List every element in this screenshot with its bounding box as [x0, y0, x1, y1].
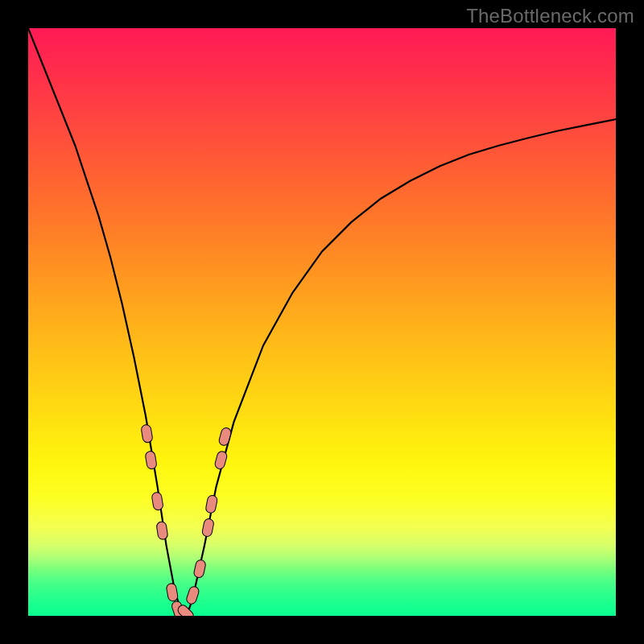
marker-pill [185, 585, 200, 605]
bottleneck-curve [28, 28, 616, 616]
curve-overlay [28, 28, 616, 616]
watermark-text: TheBottleneck.com [466, 5, 634, 27]
marker-pill [145, 451, 157, 470]
marker-pill [214, 450, 228, 469]
marker-pill [193, 559, 206, 579]
markers-group [141, 424, 233, 616]
plot-area [28, 28, 616, 616]
marker-pill [141, 424, 153, 444]
marker-pill [151, 492, 163, 511]
marker-pill [205, 494, 218, 514]
marker-pill [156, 521, 168, 540]
chart-frame: TheBottleneck.com [0, 0, 644, 644]
marker-pill [166, 583, 179, 602]
marker-pill [218, 427, 232, 446]
marker-pill [201, 518, 214, 538]
